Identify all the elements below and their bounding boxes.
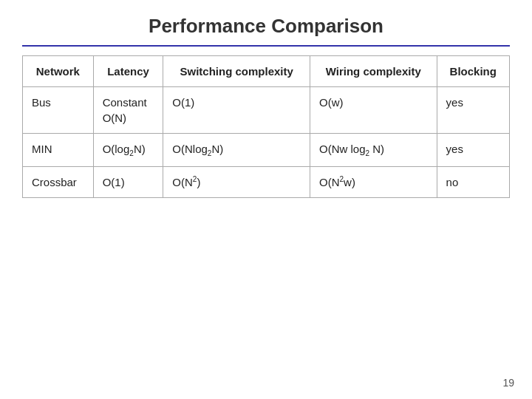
cell-latency-bus: ConstantO(N) <box>93 87 163 134</box>
page-title: Performance Comparison <box>149 15 383 38</box>
cell-wiring-bus: O(w) <box>310 87 437 134</box>
col-header-switching: Switching complexity <box>163 56 310 87</box>
cell-network-min: MIN <box>23 134 94 167</box>
cell-switching-crossbar: O(N2) <box>163 167 310 198</box>
comparison-table: Network Latency Switching complexity Wir… <box>22 55 510 198</box>
cell-switching-min: O(Nlog2N) <box>163 134 310 167</box>
cell-latency-min: O(log2N) <box>93 134 163 167</box>
cell-blocking-bus: yes <box>437 87 509 134</box>
col-header-wiring: Wiring complexity <box>310 56 437 87</box>
cell-network-crossbar: Crossbar <box>23 167 94 198</box>
cell-switching-bus: O(1) <box>163 87 310 134</box>
cell-blocking-min: yes <box>437 134 509 167</box>
cell-wiring-min: O(Nw log2 N) <box>310 134 437 167</box>
cell-blocking-crossbar: no <box>437 167 509 198</box>
col-header-latency: Latency <box>93 56 163 87</box>
cell-wiring-crossbar: O(N2w) <box>310 167 437 198</box>
table-row: Crossbar O(1) O(N2) O(N2w) no <box>23 167 510 198</box>
page-number: 19 <box>502 377 514 389</box>
title-divider <box>22 45 510 47</box>
table-row: Bus ConstantO(N) O(1) O(w) yes <box>23 87 510 134</box>
cell-latency-crossbar: O(1) <box>93 167 163 198</box>
cell-network-bus: Bus <box>23 87 94 134</box>
col-header-network: Network <box>23 56 94 87</box>
table-row: MIN O(log2N) O(Nlog2N) O(Nw log2 N) yes <box>23 134 510 167</box>
col-header-blocking: Blocking <box>437 56 509 87</box>
